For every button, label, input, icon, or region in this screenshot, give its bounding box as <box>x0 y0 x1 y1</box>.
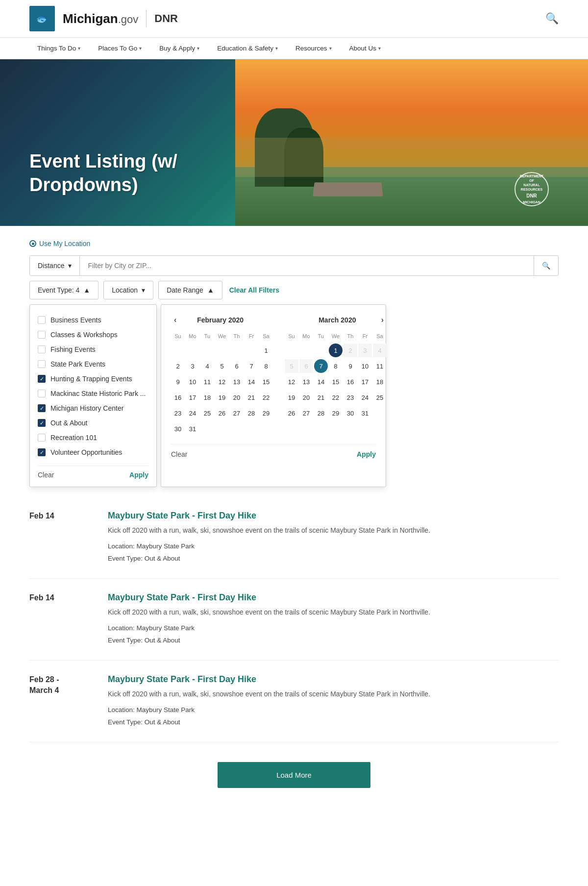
feb-day-19[interactable]: 19 <box>215 391 229 404</box>
checkbox-fishing-events[interactable]: Fishing Events <box>38 342 148 357</box>
checkbox-state-park-events[interactable]: State Park Events <box>38 357 148 371</box>
nav-things-to-do[interactable]: Things To Do ▾ <box>29 38 88 59</box>
mar-day-8[interactable]: 8 <box>329 359 343 373</box>
mar-day-21[interactable]: 21 <box>314 391 328 404</box>
nav-resources[interactable]: Resources ▾ <box>288 38 340 59</box>
calendar-apply-button[interactable]: Apply <box>357 450 376 458</box>
chevron-down-icon: ▾ <box>329 46 332 51</box>
feb-day-23[interactable]: 23 <box>171 406 185 420</box>
mar-day-11[interactable]: 11 <box>373 359 387 373</box>
feb-day-27[interactable]: 27 <box>230 406 244 420</box>
feb-day-7[interactable]: 7 <box>245 359 258 373</box>
nav-places-to-go[interactable]: Places To Go ▾ <box>90 38 149 59</box>
feb-day-18[interactable]: 18 <box>200 391 214 404</box>
mar-day-22[interactable]: 22 <box>329 391 343 404</box>
mar-day-28[interactable]: 28 <box>314 406 328 420</box>
mar-day-19[interactable]: 19 <box>285 391 298 404</box>
feb-day-1[interactable]: 1 <box>259 344 273 357</box>
mar-day-10[interactable]: 10 <box>358 359 372 373</box>
filters-section: Use My Location Distance ▾ 🔍 Event Type:… <box>0 226 588 487</box>
feb-day-9[interactable]: 9 <box>171 375 185 389</box>
feb-day-8[interactable]: 8 <box>259 359 273 373</box>
checkbox-hunting-trapping[interactable]: ✓ Hunting & Trapping Events <box>38 371 148 386</box>
mar-day-13[interactable]: 13 <box>299 375 313 389</box>
event-type-apply-button[interactable]: Apply <box>129 471 148 479</box>
feb-day-20[interactable]: 20 <box>230 391 244 404</box>
mar-day-2[interactable]: 2 <box>343 344 357 357</box>
feb-day-26[interactable]: 26 <box>215 406 229 420</box>
checkbox-michigan-history-center[interactable]: ✓ Michigan History Center <box>38 401 148 416</box>
feb-day-16[interactable]: 16 <box>171 391 185 404</box>
mar-day-12[interactable]: 12 <box>285 375 298 389</box>
feb-day-6[interactable]: 6 <box>230 359 244 373</box>
mar-day-labels: Su Mo Tu We Th Fr Sa <box>285 332 387 340</box>
mar-day-9[interactable]: 9 <box>343 359 357 373</box>
mar-day-16[interactable]: 16 <box>343 375 357 389</box>
mar-day-24[interactable]: 24 <box>358 391 372 404</box>
mar-day-17[interactable]: 17 <box>358 375 372 389</box>
date-range-filter-button[interactable]: Date Range ▲ <box>158 281 222 299</box>
mar-day-25[interactable]: 25 <box>373 391 387 404</box>
feb-day-15[interactable]: 15 <box>259 375 273 389</box>
mar-day-23[interactable]: 23 <box>343 391 357 404</box>
feb-day-28[interactable]: 28 <box>245 406 258 420</box>
distance-dropdown[interactable]: Distance ▾ <box>30 256 80 275</box>
feb-day-25[interactable]: 25 <box>200 406 214 420</box>
header-search-icon[interactable]: 🔍 <box>545 12 559 25</box>
checkbox-classes-workshops[interactable]: Classes & Workshops <box>38 327 148 342</box>
feb-day-10[interactable]: 10 <box>186 375 199 389</box>
mar-day-14[interactable]: 14 <box>314 375 328 389</box>
prev-month-button[interactable]: ‹ <box>171 315 179 325</box>
mar-day-30[interactable]: 30 <box>343 406 357 420</box>
nav-buy-apply[interactable]: Buy & Apply ▾ <box>151 38 207 59</box>
feb-day-2[interactable]: 2 <box>171 359 185 373</box>
calendar-clear-button[interactable]: Clear <box>171 450 187 458</box>
feb-day-17[interactable]: 17 <box>186 391 199 404</box>
mar-day-1-selected[interactable]: 1 <box>329 344 343 357</box>
mar-day-18[interactable]: 18 <box>373 375 387 389</box>
mar-day-3[interactable]: 3 <box>358 344 372 357</box>
feb-day-29[interactable]: 29 <box>259 406 273 420</box>
checkbox-volunteer[interactable]: ✓ Volunteer Opportunities <box>38 445 148 460</box>
city-zip-input[interactable] <box>80 256 534 275</box>
nav-education-safety[interactable]: Education & Safety ▾ <box>209 38 286 59</box>
feb-day-5[interactable]: 5 <box>215 359 229 373</box>
feb-day-11[interactable]: 11 <box>200 375 214 389</box>
feb-day-13[interactable]: 13 <box>230 375 244 389</box>
event-title[interactable]: Maybury State Park - First Day Hike <box>108 511 559 521</box>
event-type-filter-button[interactable]: Event Type: 4 ▲ <box>29 281 98 299</box>
mar-day-31[interactable]: 31 <box>358 406 372 420</box>
feb-day-22[interactable]: 22 <box>259 391 273 404</box>
location-filter-button[interactable]: Location ▾ <box>103 281 153 299</box>
mar-day-27[interactable]: 27 <box>299 406 313 420</box>
mar-day-20[interactable]: 20 <box>299 391 313 404</box>
feb-day-14[interactable]: 14 <box>245 375 258 389</box>
feb-day-12[interactable]: 12 <box>215 375 229 389</box>
checkbox-recreation-101[interactable]: Recreation 101 <box>38 430 148 445</box>
clear-all-filters-link[interactable]: Clear All Filters <box>229 286 279 294</box>
checkbox-mackinac[interactable]: Mackinac State Historic Park ... <box>38 386 148 401</box>
load-more-button[interactable]: Load More <box>218 762 370 788</box>
mar-day-7-today[interactable]: 7 <box>314 359 328 373</box>
use-my-location[interactable]: Use My Location <box>29 240 559 247</box>
feb-day-4[interactable]: 4 <box>200 359 214 373</box>
feb-day-21[interactable]: 21 <box>245 391 258 404</box>
feb-day-3[interactable]: 3 <box>186 359 199 373</box>
event-title[interactable]: Maybury State Park - First Day Hike <box>108 674 559 685</box>
feb-day-30[interactable]: 30 <box>171 422 185 436</box>
mar-day-15[interactable]: 15 <box>329 375 343 389</box>
mar-day-26[interactable]: 26 <box>285 406 298 420</box>
event-type-clear-button[interactable]: Clear <box>38 471 54 479</box>
mar-day-29[interactable]: 29 <box>329 406 343 420</box>
event-title[interactable]: Maybury State Park - First Day Hike <box>108 592 559 603</box>
nav-about-us[interactable]: About Us ▾ <box>342 38 389 59</box>
next-month-button[interactable]: › <box>378 315 387 325</box>
feb-day-31[interactable]: 31 <box>186 422 199 436</box>
mar-day-6[interactable]: 6 <box>299 359 313 373</box>
checkbox-business-events[interactable]: Business Events <box>38 313 148 327</box>
city-search-button[interactable]: 🔍 <box>534 256 558 275</box>
mar-day-4[interactable]: 4 <box>373 344 387 357</box>
checkbox-out-about[interactable]: ✓ Out & About <box>38 416 148 430</box>
mar-day-5[interactable]: 5 <box>285 359 298 373</box>
feb-day-24[interactable]: 24 <box>186 406 199 420</box>
